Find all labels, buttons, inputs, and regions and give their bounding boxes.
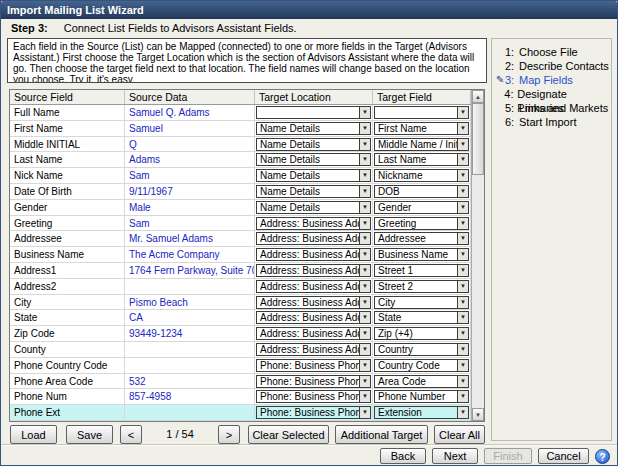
chevron-down-icon: ▼	[359, 186, 370, 197]
target-field-dropdown[interactable]: Street 1▼	[374, 264, 469, 277]
record-counter: 1 / 54	[148, 425, 212, 444]
table-row[interactable]: Phone Area Code532Phone: Business Phone▼…	[10, 374, 471, 390]
back-button[interactable]: Back	[380, 448, 426, 464]
target-field-dropdown[interactable]: Middle Name / Initial▼	[374, 138, 469, 151]
target-field-dropdown[interactable]: Phone Number▼	[374, 390, 469, 403]
target-field-dropdown[interactable]: ▼	[374, 106, 469, 119]
help-icon[interactable]: ?	[595, 449, 610, 464]
target-location-dropdown[interactable]: Phone: Business Phone▼	[256, 375, 371, 388]
step-number: 2:	[505, 59, 519, 73]
table-row[interactable]: Business NameThe Acme CompanyAddress: Bu…	[10, 247, 471, 263]
pencil-icon: ✎	[496, 73, 505, 87]
target-location-dropdown[interactable]: Phone: Business Phone▼	[256, 359, 371, 372]
target-location-dropdown[interactable]: Address: Business Address▼	[256, 280, 371, 293]
table-row[interactable]: AddresseeMr. Samuel AdamsAddress: Busine…	[10, 231, 471, 247]
additional-target-button[interactable]: Additional Target	[335, 425, 428, 444]
table-row[interactable]: Address2Address: Business Address▼Street…	[10, 279, 471, 295]
target-location-dropdown[interactable]: Name Details▼	[256, 153, 371, 166]
table-row[interactable]: CountyAddress: Business Address▼Country▼	[10, 342, 471, 358]
chevron-down-icon: ▼	[359, 154, 370, 165]
table-row[interactable]: StateCAAddress: Business Address▼State▼	[10, 310, 471, 326]
target-location-dropdown[interactable]: Name Details▼	[256, 169, 371, 182]
target-field-dropdown[interactable]: Extension▼	[374, 406, 469, 419]
column-header: Source Data	[125, 90, 255, 104]
chevron-down-icon: ▼	[359, 312, 370, 323]
table-row[interactable]: CityPismo BeachAddress: Business Address…	[10, 295, 471, 311]
source-data-cell: 9/11/1967	[125, 184, 255, 199]
target-field-dropdown[interactable]: Last Name▼	[374, 153, 469, 166]
target-field-dropdown[interactable]: Nickname▼	[374, 169, 469, 182]
target-field-dropdown[interactable]: Gender▼	[374, 201, 469, 214]
step-header: Step 3:Connect List Fields to Advisors A…	[11, 22, 611, 36]
clear-all-button[interactable]: Clear All	[434, 425, 485, 444]
chevron-down-icon: ▼	[359, 391, 370, 402]
target-field-dropdown[interactable]: Street 2▼	[374, 280, 469, 293]
target-field-dropdown[interactable]: Greeting▼	[374, 217, 469, 230]
source-data-cell: The Acme Company	[125, 247, 255, 262]
step-label: Links and Markets	[519, 101, 608, 115]
target-field-dropdown[interactable]: Business Name▼	[374, 248, 469, 261]
scroll-up-arrow-icon[interactable]: ▲	[472, 90, 484, 103]
target-location-dropdown[interactable]: Name Details▼	[256, 138, 371, 151]
target-field-dropdown[interactable]: Country▼	[374, 343, 469, 356]
save-button[interactable]: Save	[66, 425, 113, 444]
step-number: 3:	[505, 73, 519, 87]
target-location-dropdown[interactable]: Phone: Business Phone▼	[256, 390, 371, 403]
next-button[interactable]: Next	[432, 448, 478, 464]
window-title: Import Mailing List Wizard	[7, 4, 144, 16]
target-location-dropdown[interactable]: Name Details▼	[256, 185, 371, 198]
step-title: Connect List Fields to Advisors Assistan…	[64, 22, 297, 34]
table-row[interactable]: First NameSamuelName Details▼First Name▼	[10, 121, 471, 137]
table-row[interactable]: Full NameSamuel Q. Adams▼▼	[10, 105, 471, 121]
target-location-dropdown[interactable]: Name Details▼	[256, 122, 371, 135]
table-row[interactable]: Date Of Birth9/11/1967Name Details▼DOB▼	[10, 184, 471, 200]
target-location-dropdown[interactable]: Address: Business Address▼	[256, 232, 371, 245]
previous-record-button[interactable]: <	[120, 425, 142, 444]
table-row[interactable]: Nick NameSamName Details▼Nickname▼	[10, 168, 471, 184]
target-location-dropdown[interactable]: Address: Business Address▼	[256, 248, 371, 261]
target-location-dropdown[interactable]: Address: Business Address▼	[256, 296, 371, 309]
next-record-button[interactable]: >	[218, 425, 240, 444]
target-location-dropdown[interactable]: Phone: Business Phone▼	[256, 406, 371, 419]
target-location-dropdown[interactable]: ▼	[256, 106, 371, 119]
target-field-dropdown[interactable]: State▼	[374, 311, 469, 324]
source-data-cell: Male	[125, 200, 255, 215]
target-location-cell: Name Details▼	[255, 184, 373, 199]
target-field-dropdown[interactable]: City▼	[374, 296, 469, 309]
table-row[interactable]: GenderMaleName Details▼Gender▼	[10, 200, 471, 216]
source-field-cell: Address1	[10, 263, 125, 278]
table-row[interactable]: Last NameAdamsName Details▼Last Name▼	[10, 152, 471, 168]
table-row[interactable]: Address11764 Fern Parkway, Suite 7000Add…	[10, 263, 471, 279]
source-field-cell: Middle INITIAL	[10, 137, 125, 152]
target-location-dropdown[interactable]: Name Details▼	[256, 201, 371, 214]
scrollbar-thumb[interactable]	[472, 103, 484, 175]
table-row[interactable]: Phone Country CodePhone: Business Phone▼…	[10, 358, 471, 374]
target-location-cell: Phone: Business Phone▼	[255, 389, 373, 404]
table-row[interactable]: Phone ExtPhone: Business Phone▼Extension…	[10, 405, 471, 421]
grid-vertical-scrollbar[interactable]: ▲ ▼	[471, 90, 484, 421]
clear-selected-button[interactable]: Clear Selected	[248, 425, 329, 444]
target-location-cell: Name Details▼	[255, 121, 373, 136]
table-row[interactable]: GreetingSamAddress: Business Address▼Gre…	[10, 216, 471, 232]
source-field-cell: Last Name	[10, 152, 125, 167]
target-field-dropdown[interactable]: Country Code▼	[374, 359, 469, 372]
target-location-dropdown[interactable]: Address: Business Address▼	[256, 217, 371, 230]
source-field-cell: Addressee	[10, 231, 125, 246]
load-button[interactable]: Load	[10, 425, 57, 444]
scroll-down-arrow-icon[interactable]: ▼	[472, 408, 484, 421]
field-mapping-grid: Source FieldSource DataTarget LocationTa…	[9, 89, 485, 422]
cancel-button[interactable]: Cancel	[538, 448, 589, 464]
target-location-dropdown[interactable]: Address: Business Address▼	[256, 311, 371, 324]
target-field-dropdown[interactable]: Area Code▼	[374, 375, 469, 388]
column-header: Source Field	[10, 90, 125, 104]
table-row[interactable]: Zip Code93449-1234Address: Business Addr…	[10, 326, 471, 342]
target-location-dropdown[interactable]: Address: Business Address▼	[256, 264, 371, 277]
target-field-dropdown[interactable]: Addressee▼	[374, 232, 469, 245]
target-location-dropdown[interactable]: Address: Business Address▼	[256, 327, 371, 340]
target-location-dropdown[interactable]: Address: Business Address▼	[256, 343, 371, 356]
table-row[interactable]: Middle INITIALQName Details▼Middle Name …	[10, 137, 471, 153]
target-field-dropdown[interactable]: First Name▼	[374, 122, 469, 135]
target-field-dropdown[interactable]: Zip (+4)▼	[374, 327, 469, 340]
table-row[interactable]: Phone Num857-4958Phone: Business Phone▼P…	[10, 389, 471, 405]
target-field-dropdown[interactable]: DOB▼	[374, 185, 469, 198]
